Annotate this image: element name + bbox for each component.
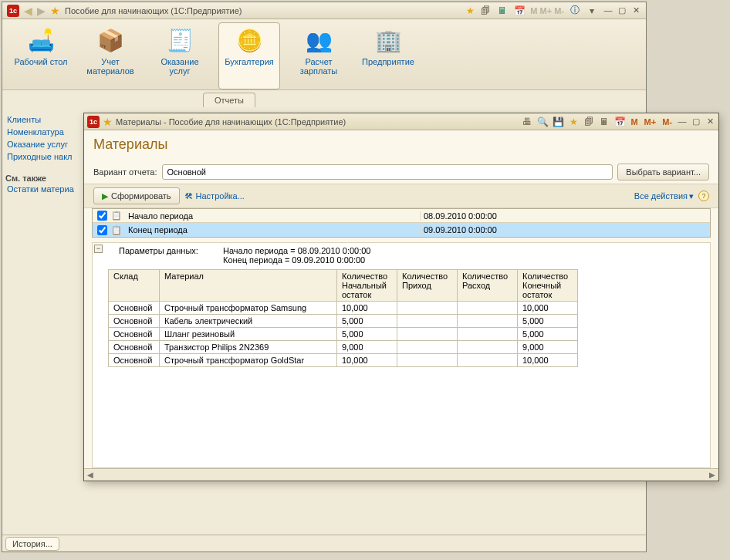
section-label: Рабочий стол bbox=[11, 57, 71, 66]
section-materials[interactable]: 📦 Учет материалов bbox=[79, 22, 141, 89]
choose-variant-button[interactable]: Выбрать вариант... bbox=[617, 164, 709, 180]
data-params-line2: Конец периода = 09.09.2010 0:00:00 bbox=[223, 255, 365, 265]
rmin-button[interactable]: — bbox=[677, 116, 688, 127]
section-label: Оказание услуг bbox=[150, 57, 210, 76]
star2-icon[interactable]: ★ bbox=[567, 116, 580, 128]
param-end-value[interactable]: 09.09.2010 0:00:00 bbox=[420, 225, 710, 234]
info-icon[interactable]: ⓘ bbox=[569, 5, 581, 17]
table-row[interactable]: ОсновнойСтрочный трансформатор GoldStar1… bbox=[109, 354, 578, 367]
all-actions-label: Все действия bbox=[634, 191, 688, 201]
save-icon[interactable]: 💾 bbox=[552, 116, 564, 128]
rclose-button[interactable]: ✕ bbox=[705, 116, 715, 127]
section-payroll[interactable]: 👥 Расчет зарплаты bbox=[288, 22, 350, 89]
dropdown-icon[interactable]: ▾ bbox=[586, 5, 598, 17]
statusbar: История... bbox=[2, 535, 646, 552]
print-icon[interactable]: 🖶 bbox=[521, 116, 533, 128]
nav-income[interactable]: Приходные накл bbox=[5, 150, 81, 163]
settings-label: Настройка... bbox=[196, 191, 245, 201]
data-params-line1: Начало периода = 08.09.2010 0:00:00 bbox=[223, 246, 370, 255]
m-btn[interactable]: M bbox=[629, 117, 639, 127]
coins-icon: 🪙 bbox=[234, 25, 265, 56]
section-enterprise[interactable]: 🏢 Предприятие bbox=[357, 22, 419, 89]
collapse-toggle[interactable]: − bbox=[94, 245, 103, 253]
tab-reports[interactable]: Отчеты bbox=[203, 93, 255, 107]
table-row[interactable]: ОсновнойКабель электрический5,0005,000 bbox=[109, 315, 578, 328]
choose-variant-label: Выбрать вариант... bbox=[626, 167, 701, 177]
settings-link[interactable]: 🛠 Настройка... bbox=[184, 191, 245, 201]
section-accounting[interactable]: 🪙 Бухгалтерия bbox=[218, 22, 280, 89]
param-start-value[interactable]: 08.09.2010 0:00:00 bbox=[420, 211, 710, 221]
play-icon: ▶ bbox=[102, 191, 108, 201]
param-row-end[interactable]: 📋 Конец периода 09.09.2010 0:00:00 bbox=[93, 223, 710, 237]
app-icon: 1c bbox=[7, 5, 19, 17]
param-end-check[interactable] bbox=[97, 225, 107, 235]
section-label: Бухгалтерия bbox=[219, 57, 279, 66]
variant-input[interactable] bbox=[162, 164, 613, 180]
nav-nomenclature[interactable]: Номенклатура bbox=[5, 126, 81, 138]
section-label: Учет материалов bbox=[80, 57, 140, 76]
param-end-label: Конец периода bbox=[127, 225, 420, 234]
col-q4: Количество Конечный остаток bbox=[518, 270, 578, 302]
star-small-icon[interactable]: ★ bbox=[466, 5, 475, 16]
col-q1: Количество Начальный остаток bbox=[337, 270, 397, 302]
nav-services[interactable]: Оказание услуг bbox=[5, 138, 81, 150]
scroll-right-icon[interactable]: ▶ bbox=[709, 471, 715, 479]
scroll-left-icon[interactable]: ◀ bbox=[87, 471, 93, 479]
calc-icon[interactable]: 🖩 bbox=[496, 5, 509, 17]
all-actions[interactable]: Все действия ▾ bbox=[634, 191, 694, 201]
report-body[interactable]: − Параметры данных: Начало периода = 08.… bbox=[92, 242, 711, 468]
m-plus-btn[interactable]: M+ bbox=[643, 117, 658, 127]
preview-icon[interactable]: 🔍 bbox=[536, 116, 549, 128]
table-row[interactable]: ОсновнойШланг резиновый5,0005,000 bbox=[109, 328, 578, 341]
close-button[interactable]: ✕ bbox=[630, 5, 641, 16]
history-button[interactable]: История... bbox=[5, 537, 59, 551]
nav-fwd[interactable]: ▶ bbox=[37, 5, 46, 17]
main-titlebar: 1c ◀ ▶ ★ Пособие для начинающих (1С:Пред… bbox=[2, 2, 646, 19]
params-grid: 📋 Начало периода 08.09.2010 0:00:00 📋 Ко… bbox=[92, 208, 711, 238]
favorite-star-icon[interactable]: ★ bbox=[50, 5, 60, 17]
cash-icon: 🧾 bbox=[164, 25, 195, 56]
section-services[interactable]: 🧾 Оказание услуг bbox=[149, 22, 211, 89]
h-scrollbar[interactable]: ◀ ▶ bbox=[84, 468, 718, 481]
data-params-head: Параметры данных: bbox=[119, 246, 223, 255]
variant-row: Вариант отчета: Выбрать вариант... bbox=[84, 160, 718, 184]
people-icon: 👥 bbox=[303, 25, 334, 56]
max-button[interactable]: ▢ bbox=[617, 5, 627, 16]
report-header: Материалы bbox=[84, 130, 718, 160]
m-minus-btn[interactable]: M- bbox=[661, 117, 674, 127]
nav-back[interactable]: ◀ bbox=[24, 5, 32, 17]
table-row[interactable]: ОсновнойТранзистор Philips 2N23699,0009,… bbox=[109, 341, 578, 354]
desktop-icon: 🛋️ bbox=[25, 25, 56, 56]
calendar-icon[interactable]: 📅 bbox=[513, 5, 526, 17]
period-icon2: 📋 bbox=[111, 225, 127, 235]
param-row-start[interactable]: 📋 Начало периода 08.09.2010 0:00:00 bbox=[93, 209, 710, 223]
building-icon: 🏢 bbox=[373, 25, 404, 56]
help-icon[interactable]: ? bbox=[698, 191, 709, 201]
param-start-label: Начало периода bbox=[127, 211, 420, 221]
section-label: Расчет зарплаты bbox=[289, 57, 349, 76]
fav-star[interactable]: ★ bbox=[103, 116, 113, 128]
tool-icon-1[interactable]: 🗐 bbox=[479, 5, 492, 17]
report-window: 1c ★ Материалы - Пособие для начинающих … bbox=[83, 113, 719, 481]
form-button-label: Сформировать bbox=[111, 191, 171, 201]
tabs-bar: Отчеты bbox=[2, 90, 646, 107]
nav-seealso-head: См. также bbox=[5, 174, 81, 183]
rmax-button[interactable]: ▢ bbox=[691, 116, 701, 127]
settings-icon: 🛠 bbox=[184, 191, 193, 201]
report-titlebar: 1c ★ Материалы - Пособие для начинающих … bbox=[84, 113, 718, 130]
form-button[interactable]: ▶ Сформировать bbox=[93, 187, 180, 204]
param-start-check[interactable] bbox=[97, 211, 107, 221]
boxes-icon: 📦 bbox=[95, 25, 126, 56]
section-label: Предприятие bbox=[358, 57, 418, 66]
col-sklad: Склад bbox=[109, 270, 160, 302]
nav-clients[interactable]: Клиенты bbox=[5, 113, 81, 126]
section-desktop[interactable]: 🛋️ Рабочий стол bbox=[10, 22, 72, 89]
nav-remains[interactable]: Остатки материа bbox=[5, 183, 81, 195]
calc2-icon[interactable]: 🖩 bbox=[598, 116, 610, 128]
report-table: Склад Материал Количество Начальный оста… bbox=[108, 269, 578, 367]
report-title-text: Материалы - Пособие для начинающих (1С:П… bbox=[116, 117, 518, 127]
table-row[interactable]: ОсновнойСтрочный трансформатор Samsung10… bbox=[109, 302, 578, 315]
tool2-icon[interactable]: 🗐 bbox=[583, 116, 595, 128]
cal2-icon[interactable]: 📅 bbox=[613, 116, 626, 128]
min-button[interactable]: — bbox=[603, 5, 613, 16]
